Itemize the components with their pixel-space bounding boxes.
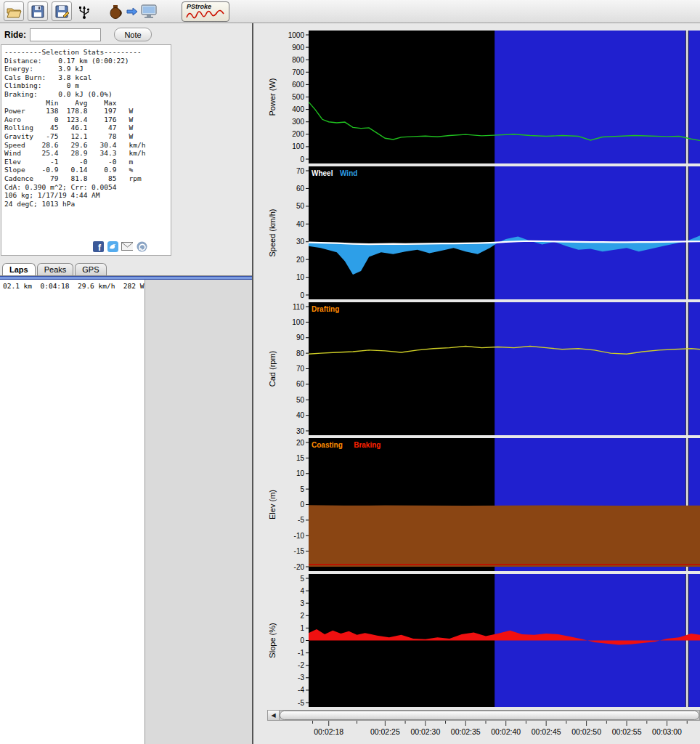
svg-text:00:02:25: 00:02:25 — [370, 727, 400, 736]
facebook-icon[interactable]: f — [92, 240, 104, 252]
svg-text:-4: -4 — [298, 686, 304, 694]
save-button[interactable] — [28, 1, 48, 21]
toolbar: PStroke — [0, 0, 700, 23]
chart-elevation[interactable]: -20-15-10-505101520Elev (m)CoastingBraki… — [267, 438, 700, 571]
chart-power[interactable]: 01002003004005006007008009001000Power (W… — [267, 31, 700, 163]
note-button[interactable]: Note — [114, 28, 152, 41]
svg-text:60: 60 — [296, 380, 305, 388]
svg-text:00:02:55: 00:02:55 — [612, 727, 642, 736]
svg-text:-5: -5 — [298, 516, 304, 524]
svg-text:40: 40 — [296, 411, 305, 419]
svg-text:-5: -5 — [298, 699, 304, 707]
svg-text:60: 60 — [296, 185, 305, 193]
chart-stack: 01002003004005006007008009001000Power (W… — [267, 31, 700, 707]
scroll-left-arrow[interactable]: ◀ — [268, 711, 280, 720]
svg-text:10: 10 — [296, 273, 305, 281]
chart-column: 01002003004005006007008009001000Power (W… — [253, 23, 700, 744]
svg-text:0: 0 — [300, 501, 304, 509]
chart-speed[interactable]: 010203040506070Speed (km/h)WheelWind — [267, 166, 700, 299]
device-export-button[interactable] — [107, 1, 124, 21]
lower-panels: 02.1 km 0:04:18 29.6 km/h 282 W — [0, 280, 252, 744]
svg-text:30: 30 — [296, 427, 305, 435]
svg-text:110: 110 — [293, 303, 304, 311]
svg-text:00:03:00: 00:03:00 — [652, 727, 682, 736]
svg-text:1000: 1000 — [288, 31, 305, 39]
scrollbar-thumb[interactable] — [280, 711, 699, 720]
tab-bar: Laps Peaks GPS — [0, 260, 252, 276]
svg-text:0: 0 — [300, 636, 304, 644]
svg-text:200: 200 — [292, 130, 304, 138]
svg-text:50: 50 — [296, 202, 305, 210]
pstroke-scribble-icon — [184, 9, 227, 22]
chart-slope[interactable]: -5-4-3-2-1012345Slope (%) — [267, 574, 700, 707]
svg-text:-1: -1 — [298, 649, 304, 657]
svg-text:600: 600 — [292, 81, 304, 89]
chart-scrollbar[interactable]: ◀ — [267, 710, 700, 721]
svg-text:Power (W): Power (W) — [268, 78, 277, 116]
tab-gps[interactable]: GPS — [75, 263, 106, 275]
twitter-icon[interactable] — [107, 240, 118, 252]
svg-text:Drafting: Drafting — [312, 305, 339, 313]
svg-text:00:02:45: 00:02:45 — [532, 727, 561, 736]
tab-peaks[interactable]: Peaks — [37, 263, 74, 275]
device-jug-icon — [108, 4, 123, 20]
svg-text:Wheel: Wheel — [312, 169, 333, 177]
svg-text:00:02:40: 00:02:40 — [491, 727, 521, 736]
svg-text:70: 70 — [296, 167, 305, 175]
usb-sync-button[interactable] — [76, 1, 93, 21]
svg-text:80: 80 — [296, 349, 305, 357]
save-as-button[interactable] — [52, 1, 72, 21]
pstroke-button[interactable]: PStroke — [182, 1, 229, 22]
empty-side-pane — [145, 280, 252, 744]
svg-text:5: 5 — [300, 485, 304, 493]
svg-text:70: 70 — [296, 365, 305, 373]
lap-item[interactable]: 02.1 km 0:04:18 29.6 km/h 282 W — [0, 280, 145, 292]
ride-input[interactable] — [30, 28, 101, 41]
svg-text:1: 1 — [300, 624, 304, 632]
svg-text:40: 40 — [296, 220, 305, 228]
svg-text:Speed (km/h): Speed (km/h) — [268, 209, 277, 256]
open-file-button[interactable] — [4, 1, 24, 21]
display-button[interactable] — [140, 1, 158, 21]
svg-text:700: 700 — [292, 68, 304, 76]
share-bar: f — [92, 240, 147, 252]
ride-row: Ride: Note — [0, 23, 252, 44]
svg-text:10: 10 — [296, 469, 305, 477]
svg-text:0: 0 — [300, 155, 304, 163]
svg-text:100: 100 — [292, 142, 304, 150]
save-floppy-icon — [30, 4, 45, 19]
svg-text:00:02:50: 00:02:50 — [571, 727, 601, 736]
open-folder-icon — [6, 4, 22, 19]
tab-laps[interactable]: Laps — [2, 263, 36, 275]
svg-text:-2: -2 — [298, 661, 304, 669]
svg-text:Braking: Braking — [354, 441, 380, 449]
selection-stats: ---------Selection Stats--------- Distan… — [1, 45, 171, 211]
lap-list: 02.1 km 0:04:18 29.6 km/h 282 W — [0, 280, 145, 744]
svg-text:Coasting: Coasting — [312, 441, 343, 449]
email-icon[interactable] — [121, 240, 133, 252]
svg-text:400: 400 — [292, 105, 304, 113]
svg-text:800: 800 — [292, 56, 304, 64]
export-group — [107, 1, 158, 21]
svg-text:-10: -10 — [294, 532, 305, 540]
svg-text:0: 0 — [300, 291, 304, 299]
monitor-icon — [140, 4, 158, 20]
left-panel: Ride: Note ---------Selection Stats-----… — [0, 23, 253, 744]
stats-box: ---------Selection Stats--------- Distan… — [1, 44, 171, 256]
svg-text:50: 50 — [296, 396, 305, 404]
svg-text:00:02:30: 00:02:30 — [410, 727, 440, 736]
svg-text:20: 20 — [296, 439, 305, 447]
svg-text:-15: -15 — [294, 547, 305, 555]
svg-text:00:02:35: 00:02:35 — [451, 727, 481, 736]
svg-text:00:02:18: 00:02:18 — [314, 727, 343, 736]
share-icon[interactable] — [136, 240, 147, 252]
svg-text:500: 500 — [292, 93, 304, 101]
svg-text:Wind: Wind — [340, 169, 357, 177]
powerstroke-app: PStroke Ride: Note ---------Selection St… — [0, 0, 700, 744]
save-as-floppy-icon — [54, 4, 69, 19]
svg-text:Elev (m): Elev (m) — [268, 490, 277, 519]
send-arrow-icon — [126, 7, 139, 17]
chart-cadence[interactable]: 30405060708090100110Cad (rpm)Drafting — [267, 302, 700, 435]
svg-text:4: 4 — [300, 587, 304, 595]
svg-text:-3: -3 — [298, 674, 304, 682]
